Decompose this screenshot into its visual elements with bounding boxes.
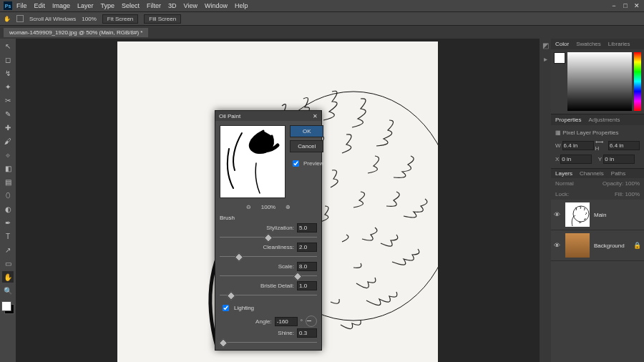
pixel-layer-label: ▦ Pixel Layer Properties <box>555 129 640 136</box>
libraries-tab[interactable]: Libraries <box>608 41 630 47</box>
zoom-out-icon[interactable]: ⊖ <box>246 204 251 210</box>
gradient-tool-icon[interactable]: ▤ <box>2 176 14 187</box>
maximize-icon[interactable]: □ <box>622 2 629 9</box>
paths-tab[interactable]: Paths <box>611 170 625 177</box>
opacity-label[interactable]: Opacity: 100% <box>602 180 640 187</box>
shine-param: Shine:0.3 <box>215 328 321 347</box>
hand-tool-icon[interactable]: ✋ <box>2 271 14 283</box>
adjustments-tab[interactable]: Adjustments <box>588 117 620 123</box>
cancel-button[interactable]: Cancel <box>290 140 323 152</box>
menu-filter[interactable]: Filter <box>147 2 161 9</box>
layer-thumbnail[interactable] <box>565 202 590 227</box>
current-color[interactable] <box>554 52 565 64</box>
brush-section-label: Brush <box>215 212 321 222</box>
hand-tool-icon: ✋ <box>4 16 11 22</box>
options-bar: ✋ Scroll All Windows 100% Fit Screen Fil… <box>0 11 644 26</box>
zoom-value[interactable]: 100% <box>82 16 96 22</box>
layer-thumbnail[interactable] <box>565 233 590 258</box>
hue-strip[interactable] <box>634 52 641 111</box>
layer-name[interactable]: Background <box>594 243 625 249</box>
color-picker[interactable] <box>551 49 644 114</box>
color-tab[interactable]: Color <box>555 41 569 47</box>
properties-tab[interactable]: Properties <box>555 117 581 123</box>
preview-checkbox[interactable]: Preview <box>290 158 323 169</box>
fit-screen-button[interactable]: Fit Screen <box>102 14 138 24</box>
history-icon[interactable]: ◩ <box>542 41 549 49</box>
bristle-slider[interactable] <box>220 292 317 299</box>
angle-dial[interactable] <box>306 315 317 327</box>
swatches-tab[interactable]: Swatches <box>576 41 601 47</box>
brush-tool-icon[interactable]: 🖌 <box>2 135 14 147</box>
cleanliness-value[interactable]: 2.0 <box>297 243 317 252</box>
document-tab-bar: woman-1459909_1920.jpg @ 50% (Main, RGB/… <box>0 26 644 39</box>
y-field[interactable] <box>603 155 635 164</box>
lock-label: Lock: <box>555 191 569 197</box>
cleanliness-slider[interactable] <box>220 253 317 260</box>
zoom-tool-icon[interactable]: 🔍 <box>2 285 14 296</box>
menu-window[interactable]: Window <box>205 2 228 9</box>
menu-image[interactable]: Image <box>52 2 70 9</box>
width-field[interactable] <box>562 141 594 150</box>
stylization-value[interactable]: 5.0 <box>297 223 317 233</box>
blur-tool-icon[interactable]: ⬯ <box>2 190 14 201</box>
angle-value[interactable]: -160 <box>275 317 298 326</box>
layer-row[interactable]: 👁 Main <box>551 200 644 230</box>
blend-mode[interactable]: Normal <box>555 180 574 187</box>
stamp-tool-icon[interactable]: ⟐ <box>2 149 14 160</box>
menu-select[interactable]: Select <box>122 2 140 9</box>
document-tab[interactable]: woman-1459909_1920.jpg @ 50% (Main, RGB/… <box>4 28 148 37</box>
close-icon[interactable]: ✕ <box>633 2 640 9</box>
visibility-icon[interactable]: 👁 <box>554 211 561 218</box>
stylization-slider[interactable] <box>220 234 317 241</box>
canvas-area[interactable]: Oil Paint ✕ <box>16 39 540 362</box>
wand-tool-icon[interactable]: ✦ <box>2 81 14 92</box>
menu-edit[interactable]: Edit <box>34 2 46 9</box>
crop-tool-icon[interactable]: ✂ <box>2 94 14 106</box>
bristle-value[interactable]: 1.0 <box>297 281 317 290</box>
preview-zoom-value: 100% <box>261 204 275 210</box>
menu-help[interactable]: Help <box>235 2 248 9</box>
color-field[interactable] <box>567 52 632 111</box>
fill-label[interactable]: Fill: 100% <box>615 191 640 197</box>
scroll-all-checkbox[interactable] <box>16 15 24 22</box>
layer-row[interactable]: 👁 Background 🔒 <box>551 230 644 261</box>
dialog-title: Oil Paint <box>219 113 240 119</box>
color-swatch[interactable] <box>1 301 14 314</box>
move-tool-icon[interactable]: ↖ <box>2 40 14 52</box>
marquee-tool-icon[interactable]: ◻ <box>2 54 14 65</box>
heal-tool-icon[interactable]: ✚ <box>2 122 14 133</box>
pen-tool-icon[interactable]: ✒ <box>2 217 14 228</box>
actions-icon[interactable]: ▸ <box>544 55 547 63</box>
menu-file[interactable]: File <box>16 2 27 9</box>
dodge-tool-icon[interactable]: ◐ <box>2 203 14 215</box>
type-tool-icon[interactable]: T <box>2 230 14 242</box>
height-field[interactable] <box>608 141 640 150</box>
menu-3d[interactable]: 3D <box>168 2 177 9</box>
filter-preview[interactable] <box>220 125 286 198</box>
dialog-titlebar[interactable]: Oil Paint ✕ <box>215 111 321 121</box>
channels-tab[interactable]: Channels <box>580 170 604 177</box>
scale-value[interactable]: 8.0 <box>297 262 317 271</box>
shine-value[interactable]: 0.3 <box>297 328 317 338</box>
lighting-section-label: Lighting <box>234 305 254 311</box>
lighting-checkbox[interactable] <box>223 305 229 311</box>
zoom-in-icon[interactable]: ⊕ <box>286 204 291 210</box>
layers-tab[interactable]: Layers <box>555 170 572 177</box>
lasso-tool-icon[interactable]: ↯ <box>2 67 14 79</box>
scale-slider[interactable] <box>220 273 317 280</box>
dialog-close-icon[interactable]: ✕ <box>313 113 318 119</box>
menu-view[interactable]: View <box>184 2 197 9</box>
minimize-icon[interactable]: − <box>610 2 618 9</box>
x-field[interactable] <box>560 155 592 164</box>
eraser-tool-icon[interactable]: ◧ <box>2 162 14 174</box>
eyedropper-tool-icon[interactable]: ✎ <box>2 108 14 119</box>
visibility-icon[interactable]: 👁 <box>554 242 561 249</box>
ok-button[interactable]: OK <box>290 125 323 137</box>
fill-screen-button[interactable]: Fill Screen <box>144 14 181 24</box>
layer-name[interactable]: Main <box>594 212 606 218</box>
menu-layer[interactable]: Layer <box>77 2 94 9</box>
shape-tool-icon[interactable]: ▭ <box>2 258 14 269</box>
menu-type[interactable]: Type <box>101 2 115 9</box>
path-tool-icon[interactable]: ↗ <box>2 244 14 255</box>
shine-slider[interactable] <box>220 339 317 346</box>
